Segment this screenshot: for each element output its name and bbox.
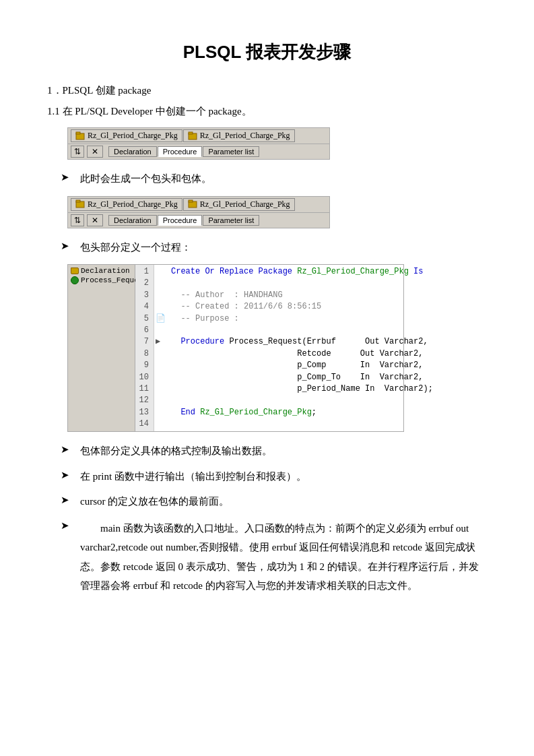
main-paragraph: main 函数为该函数的入口地址。入口函数的特点为：前两个的定义必须为 errb… — [80, 519, 487, 596]
bullet-1: ➤ 此时会生成一个包头和包体。 — [61, 170, 487, 188]
sort-button-2[interactable]: ⇅ — [71, 214, 84, 226]
sub-section-1-1: 1.1 在 PL/SQL Developer 中创建一个 package。 — [47, 105, 487, 118]
package-widget-2: Rz_Gl_Period_Charge_Pkg Rz_Gl_Period_Cha… — [67, 196, 330, 228]
bullet-2: ➤ 包头部分定义一个过程： — [61, 239, 487, 257]
widget-tab-4[interactable]: Rz_Gl_Period_Charge_Pkg — [183, 198, 295, 211]
bullet-arrow-3: ➤ — [61, 443, 69, 455]
widget-toolbar-2: ⇅ ✕ Declaration Procedure Parameter list — [68, 213, 329, 228]
declaration-tab-2[interactable]: Declaration — [108, 215, 157, 226]
widget-tab-label-1: Rz_Gl_Period_Charge_Pkg — [88, 131, 178, 141]
bullet-arrow-5: ➤ — [61, 494, 69, 506]
package-icon-3 — [75, 199, 85, 209]
svg-rect-3 — [189, 132, 193, 134]
sort-button-1[interactable]: ⇅ — [71, 146, 84, 158]
package-icon-4 — [188, 199, 197, 209]
widget-tab-row-1: Rz_Gl_Period_Charge_Pkg Rz_Gl_Period_Cha… — [68, 128, 329, 144]
procedure-tab-1[interactable]: Procedure — [158, 146, 203, 157]
section-1-title: 1．PLSQL 创建 package — [47, 84, 487, 97]
declaration-tab-1[interactable]: Declaration — [108, 146, 157, 157]
bullet-arrow-6: ➤ — [61, 519, 69, 532]
widget-tab-label-4: Rz_Gl_Period_Charge_Pkg — [200, 199, 290, 210]
widget-toolbar-1: ⇅ ✕ Declaration Procedure Parameter list — [68, 144, 329, 159]
code-sidebar: Declaration Process_Fequest — [68, 265, 135, 431]
bullet-arrow-1: ➤ — [61, 171, 69, 183]
procedure-tab-2[interactable]: Procedure — [158, 215, 203, 226]
proc-icon — [71, 276, 79, 284]
tab-buttons-1: Declaration Procedure Parameter list — [108, 146, 259, 157]
code-arrows: 📄 ▶ — [154, 265, 167, 431]
svg-rect-7 — [189, 200, 193, 202]
bullet-text-2: 包头部分定义一个过程： — [80, 239, 191, 257]
folder-icon — [71, 267, 79, 274]
widget-tab-3[interactable]: Rz_Gl_Period_Charge_Pkg — [71, 198, 182, 211]
paramlist-tab-2[interactable]: Parameter list — [203, 215, 259, 226]
widget-tab-label-2: Rz_Gl_Period_Charge_Pkg — [200, 131, 290, 141]
bullet-5: ➤ cursor 的定义放在包体的最前面。 — [61, 493, 487, 511]
package-widget-1: Rz_Gl_Period_Charge_Pkg Rz_Gl_Period_Cha… — [67, 127, 330, 160]
svg-rect-5 — [76, 200, 80, 202]
bullet-arrow-2: ➤ — [61, 240, 69, 252]
widget-tab-row-2: Rz_Gl_Period_Charge_Pkg Rz_Gl_Period_Cha… — [68, 197, 329, 213]
line-numbers: 12345 678910 11121314 — [135, 265, 154, 431]
widget-tab-label-3: Rz_Gl_Period_Charge_Pkg — [88, 199, 178, 210]
page-title: PLSQL 报表开发步骤 — [47, 40, 487, 64]
sidebar-declaration: Declaration — [68, 266, 135, 276]
bullet-text-3: 包体部分定义具体的格式控制及输出数据。 — [80, 443, 272, 460]
widget-tab-2[interactable]: Rz_Gl_Period_Charge_Pkg — [183, 129, 295, 142]
bullet-text-1: 此时会生成一个包头和包体。 — [80, 170, 211, 188]
code-main: 12345 678910 11121314 📄 ▶ Create Or Repl… — [135, 265, 437, 431]
tab-buttons-2: Declaration Procedure Parameter list — [108, 215, 259, 226]
code-block: Declaration Process_Fequest 12345 678910… — [67, 264, 404, 432]
code-text: Create Or Replace Package Rz_Gl_Period_C… — [167, 265, 437, 431]
bullet-arrow-4: ➤ — [61, 469, 69, 481]
widget-tab-1[interactable]: Rz_Gl_Period_Charge_Pkg — [71, 129, 182, 142]
close-button-2[interactable]: ✕ — [87, 214, 103, 226]
sidebar-decl-label: Declaration — [81, 267, 130, 275]
main-para-block: ➤ main 函数为该函数的入口地址。入口函数的特点为：前两个的定义必须为 er… — [61, 519, 487, 602]
svg-rect-1 — [76, 132, 80, 134]
bullet-text-5: cursor 的定义放在包体的最前面。 — [80, 493, 229, 511]
sidebar-process: Process_Fequest — [68, 276, 135, 285]
package-icon-1 — [75, 131, 85, 141]
close-button-1[interactable]: ✕ — [87, 146, 103, 158]
bullet-3: ➤ 包体部分定义具体的格式控制及输出数据。 — [61, 443, 487, 460]
paramlist-tab-1[interactable]: Parameter list — [203, 146, 259, 157]
bullet-text-4: 在 print 函数中进行输出（输出到控制台和报表）。 — [80, 468, 306, 486]
package-icon-2 — [188, 131, 197, 141]
bullet-4: ➤ 在 print 函数中进行输出（输出到控制台和报表）。 — [61, 468, 487, 486]
